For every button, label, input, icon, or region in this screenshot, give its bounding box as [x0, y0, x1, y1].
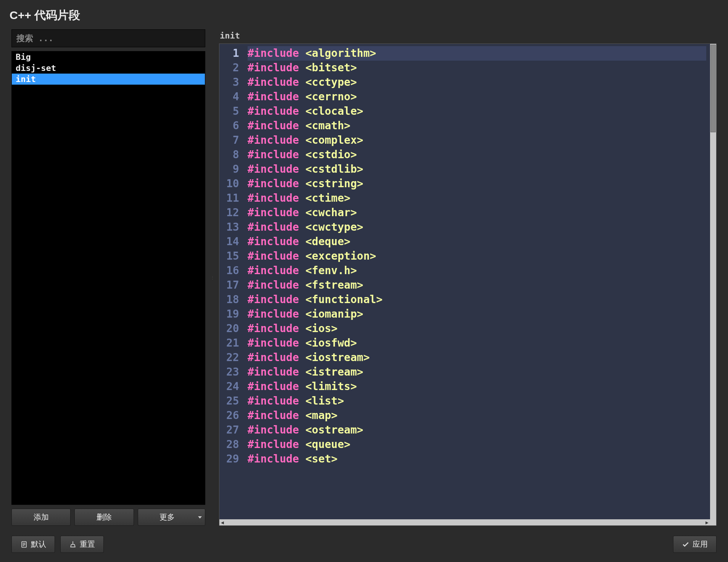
- code-line[interactable]: #include <istream>: [248, 365, 706, 379]
- code-line[interactable]: #include <cstdio>: [248, 148, 706, 162]
- more-button-label: 更多: [159, 512, 175, 522]
- scroll-corner: [710, 519, 716, 525]
- main-area: Bigdisj-setinit 添加 删除 更多 ⋮ init 12345678…: [0, 29, 728, 526]
- code-line[interactable]: #include <iosfwd>: [248, 336, 706, 350]
- code-line[interactable]: #include <cerrno>: [248, 90, 706, 104]
- code-line[interactable]: #include <bitset>: [248, 61, 706, 75]
- delete-button[interactable]: 删除: [74, 509, 134, 526]
- code-line[interactable]: #include <functional>: [248, 292, 706, 307]
- scroll-right-icon[interactable]: ▶: [704, 519, 710, 525]
- code-line[interactable]: #include <map>: [248, 408, 706, 423]
- search-input[interactable]: [11, 29, 205, 47]
- check-icon: [682, 541, 689, 548]
- scrollbar-track[interactable]: [225, 519, 704, 525]
- code-line[interactable]: #include <clocale>: [248, 104, 706, 119]
- scrollbar-thumb[interactable]: [710, 45, 716, 132]
- code-line[interactable]: #include <cmath>: [248, 119, 706, 133]
- footer-bar: 默认 重置 应用: [0, 526, 728, 562]
- code-line[interactable]: #include <cwctype>: [248, 220, 706, 234]
- code-line[interactable]: #include <ctime>: [248, 191, 706, 206]
- apply-button-label: 应用: [693, 539, 708, 549]
- code-line[interactable]: #include <cwchar>: [248, 206, 706, 220]
- code-line[interactable]: #include <cstring>: [248, 177, 706, 191]
- snippet-name-label: init: [219, 29, 717, 43]
- list-item[interactable]: init: [12, 74, 205, 85]
- code-line[interactable]: #include <complex>: [248, 133, 706, 148]
- code-line[interactable]: #include <limits>: [248, 379, 706, 394]
- chevron-down-icon: [198, 516, 202, 519]
- code-line[interactable]: #include <queue>: [248, 437, 706, 452]
- list-item[interactable]: disj-set: [12, 63, 205, 74]
- reset-button[interactable]: 重置: [60, 536, 104, 553]
- more-button[interactable]: 更多: [138, 509, 205, 526]
- right-pane: init 12345678910111213141516171819202122…: [219, 29, 717, 526]
- code-line[interactable]: #include <fstream>: [248, 278, 706, 292]
- document-icon: [20, 541, 28, 548]
- code-line[interactable]: #include <list>: [248, 394, 706, 408]
- code-line[interactable]: #include <fenv.h>: [248, 263, 706, 278]
- code-line[interactable]: #include <set>: [248, 452, 706, 466]
- left-pane: Bigdisj-setinit 添加 删除 更多: [11, 29, 205, 526]
- horizontal-scrollbar[interactable]: ◀ ▶: [219, 519, 710, 525]
- code-content[interactable]: #include <algorithm>#include <bitset>#in…: [244, 44, 710, 469]
- line-gutter: 1234567891011121314151617181920212223242…: [219, 44, 244, 469]
- vertical-scrollbar[interactable]: [710, 44, 716, 519]
- broom-icon: [69, 541, 77, 548]
- code-editor[interactable]: 1234567891011121314151617181920212223242…: [219, 43, 717, 526]
- code-line[interactable]: #include <cstdlib>: [248, 162, 706, 177]
- scroll-left-icon[interactable]: ◀: [219, 519, 225, 525]
- snippet-list[interactable]: Bigdisj-setinit: [11, 51, 205, 505]
- defaults-button[interactable]: 默认: [11, 536, 55, 553]
- left-button-row: 添加 删除 更多: [11, 509, 205, 526]
- splitter-handle[interactable]: ⋮: [211, 29, 214, 526]
- reset-button-label: 重置: [80, 539, 95, 549]
- code-line[interactable]: #include <deque>: [248, 234, 706, 249]
- defaults-button-label: 默认: [31, 539, 46, 549]
- code-line[interactable]: #include <ios>: [248, 321, 706, 336]
- apply-button[interactable]: 应用: [673, 536, 717, 553]
- code-line[interactable]: #include <algorithm>: [248, 46, 706, 61]
- window-title: C++ 代码片段: [0, 0, 728, 29]
- code-line[interactable]: #include <exception>: [248, 249, 706, 263]
- code-line[interactable]: #include <iomanip>: [248, 307, 706, 321]
- add-button[interactable]: 添加: [11, 509, 71, 526]
- code-line[interactable]: #include <cctype>: [248, 75, 706, 90]
- code-line[interactable]: #include <ostream>: [248, 423, 706, 437]
- list-item[interactable]: Big: [12, 51, 205, 63]
- code-line[interactable]: #include <iostream>: [248, 350, 706, 365]
